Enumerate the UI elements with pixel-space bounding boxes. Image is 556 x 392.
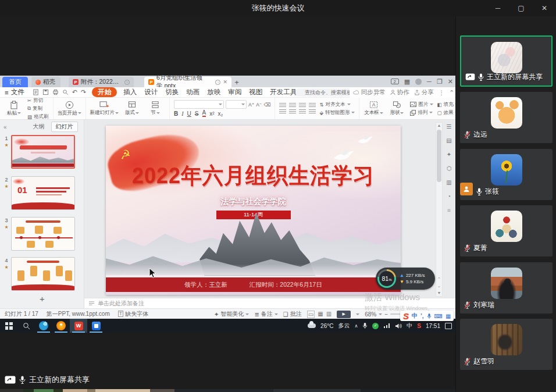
ime-keyboard-icon[interactable]: ⌨ (434, 313, 443, 319)
tab-slides[interactable]: 幻灯片 (51, 122, 78, 132)
participant-tile-sharing[interactable]: 王立新的屏幕共享 (460, 35, 553, 87)
account-avatar[interactable] (415, 79, 422, 85)
justify-icon[interactable] (309, 109, 316, 115)
ime-mic-icon[interactable] (427, 313, 432, 319)
play-from-current-button[interactable]: 当页开始 (58, 101, 81, 117)
format-painter-button[interactable]: ▨ 格式刷 (27, 113, 49, 120)
next-slide-icon[interactable]: ⌄ (437, 284, 441, 288)
indent-increase-icon[interactable] (309, 103, 316, 108)
shape-panel-icon[interactable]: ⬡ (447, 165, 452, 172)
vertical-scrollbar[interactable]: ▲ ⌃ ⌄ ▼ (436, 122, 443, 297)
collaborate-button[interactable]: 协作 (390, 88, 409, 97)
font-size-select[interactable] (226, 100, 247, 109)
tray-expand-icon[interactable]: ∧ (354, 323, 358, 329)
ribbon-expand-icon[interactable]: › (452, 101, 454, 108)
wps-close-icon[interactable]: ✕ (448, 78, 453, 85)
taskbar-edge[interactable] (35, 319, 52, 333)
share-button[interactable]: 分享 (414, 88, 434, 97)
menu-start[interactable]: 开始 (92, 87, 117, 97)
new-doc-icon[interactable] (33, 89, 39, 95)
participant-tile[interactable]: 赵雪羽 (460, 319, 553, 370)
grow-font-button[interactable]: A⁺ (248, 100, 254, 109)
maximize-button[interactable]: ▢ (509, 0, 533, 16)
tray-weather[interactable]: 多云 (338, 322, 350, 330)
convert-diagram-button[interactable]: ⬙ 转智能图形 (319, 109, 355, 116)
tab-home[interactable]: 首页 (2, 77, 28, 87)
menu-review[interactable]: 审阅 (227, 88, 243, 97)
tray-security-icon[interactable]: ✓ (372, 323, 379, 329)
tab-pdf[interactable]: P 附件：2022年6...习题科汇编.pdf i (69, 77, 134, 87)
more-panel-icon[interactable]: ⌗ (447, 207, 451, 214)
thumbnail-item-1[interactable]: 1 ★ (0, 135, 84, 170)
menu-insert[interactable]: 插入 (122, 88, 138, 97)
tab-close-icon[interactable]: ✕ (223, 79, 227, 85)
menu-devtools[interactable]: 开发工具 (269, 88, 298, 97)
scroll-up-icon[interactable]: ▲ (437, 123, 441, 127)
view-reading-icon[interactable]: ▥ (326, 311, 332, 318)
notification-center-icon[interactable] (445, 323, 452, 329)
menu-design[interactable]: 设计 (143, 88, 159, 97)
picture-button[interactable]: 图片 (410, 101, 433, 108)
taskbar-quark-browser[interactable] (52, 319, 70, 333)
new-slide-button[interactable]: 新建幻灯片 (90, 101, 119, 116)
redo-icon[interactable]: ↷ (81, 88, 86, 96)
tray-sogou-icon[interactable]: S (417, 323, 421, 329)
scroll-down-icon[interactable]: ▼ (437, 291, 441, 295)
layout-panel-icon[interactable]: ▥ (446, 179, 451, 186)
missing-font-button[interactable]: T 缺失字体 (118, 310, 149, 318)
strike-button[interactable]: S (195, 111, 199, 117)
taskbar-search[interactable] (17, 319, 35, 333)
align-left-icon[interactable] (279, 109, 286, 115)
menu-view[interactable]: 视图 (248, 88, 263, 97)
clear-format-button[interactable]: ⌫ (263, 100, 270, 109)
new-tab-button[interactable]: + (231, 77, 242, 87)
scrollbar-thumb[interactable] (437, 130, 441, 182)
bold-button[interactable]: B (174, 111, 178, 117)
menu-transition[interactable]: 切换 (164, 88, 180, 97)
add-slide-button[interactable]: + (0, 294, 84, 304)
tray-network-icon[interactable] (383, 323, 390, 329)
effects-button[interactable]: ▢ 效果 (437, 109, 455, 116)
print-icon[interactable] (52, 89, 59, 95)
start-button[interactable] (0, 319, 17, 333)
ime-toolbox-icon[interactable]: ▦ (445, 313, 451, 319)
thumb-slide-1[interactable] (11, 135, 75, 169)
taskbar-wps[interactable]: W (70, 319, 87, 333)
properties-icon[interactable]: ☰ (447, 123, 452, 130)
section-button[interactable]: 节 (145, 101, 165, 116)
preview-icon[interactable] (62, 89, 69, 95)
more-icon[interactable]: ⋮ (439, 89, 445, 96)
wps-minimize-icon[interactable]: ─ (427, 78, 432, 85)
thumb-slide-4[interactable] (11, 257, 75, 291)
minimize-button[interactable]: ─ (486, 0, 509, 16)
tab-active-pptx[interactable]: P 6月党组织生活领学.pptx i ✕ (144, 77, 231, 87)
file-menu[interactable]: ≡ 文件 (0, 88, 29, 97)
align-center-icon[interactable] (289, 109, 296, 115)
cut-button[interactable]: ✂ 剪切 (27, 98, 49, 104)
thumbnail-item-2[interactable]: 2 ★ 01 (0, 176, 84, 211)
comments-button[interactable]: ❑ 批注 (283, 310, 302, 318)
ime-lang-button[interactable]: 中 (412, 312, 418, 320)
play-options-caret[interactable] (356, 313, 359, 315)
participant-tile[interactable]: 刘寒瑞 (460, 262, 553, 313)
indent-decrease-icon[interactable] (299, 103, 306, 108)
tab-docer[interactable]: 稻壳 (31, 77, 60, 87)
network-monitor-overlay[interactable]: 81% ▲227 KB/s ▼5.9 KB/s (376, 268, 435, 290)
wps-restore-icon[interactable]: ❐ (437, 78, 443, 85)
zoom-out-button[interactable]: − (384, 311, 388, 318)
superscript-button[interactable]: x² (209, 111, 214, 117)
collapse-panel-icon[interactable]: « (3, 124, 7, 130)
tab-outline[interactable]: 大纲 (29, 122, 49, 131)
layout-button[interactable]: 版式 (122, 101, 142, 116)
beautify-panel-icon[interactable]: ✦ (447, 151, 451, 158)
thumbnail-item-4[interactable]: 4 ★ (0, 257, 84, 292)
participant-tile[interactable]: 夏菁 (460, 205, 553, 256)
beautify-button[interactable]: ✦ 智能美化 (214, 310, 249, 318)
collapse-ribbon-icon[interactable]: ⌃ (449, 89, 454, 96)
thumb-slide-3[interactable] (11, 217, 75, 251)
sogou-logo-icon[interactable]: S (403, 311, 409, 321)
workspace-grid-icon[interactable]: ▦ (404, 78, 410, 85)
italic-button[interactable]: I (181, 111, 183, 117)
align-right-icon[interactable] (299, 109, 306, 115)
zoom-level[interactable]: 68% (365, 311, 376, 318)
